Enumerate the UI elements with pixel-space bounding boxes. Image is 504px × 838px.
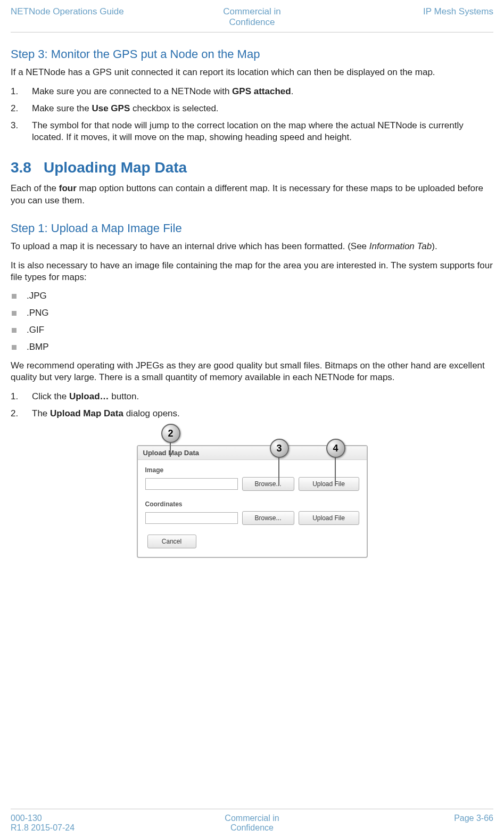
header-left: NETNode Operations Guide	[11, 6, 170, 28]
page-footer: 000-130 R1.8 2015-07-24 Commercial in Co…	[11, 809, 493, 833]
step3-list: Make sure you are connected to a NETNode…	[11, 86, 493, 143]
list-item: Make sure you are connected to a NETNode…	[11, 86, 493, 97]
footer-left: 000-130 R1.8 2015-07-24	[11, 814, 170, 833]
header-right: IP Mesh Systems	[334, 6, 493, 28]
header-center: Commercial in Confidence	[172, 6, 332, 28]
list-item: The Upload Map Data dialog opens.	[11, 408, 493, 420]
list-item: .PNG	[11, 308, 493, 318]
filetype-list: .JPG .PNG .GIF .BMP	[11, 291, 493, 352]
coordinates-browse-button[interactable]: Browse...	[242, 511, 294, 525]
step1-list: Click the Upload… button. The Upload Map…	[11, 391, 493, 420]
callout-line	[278, 456, 279, 486]
list-item: .GIF	[11, 325, 493, 335]
step1-p2: It is also necessary to have an image fi…	[11, 260, 493, 283]
image-path-input[interactable]	[145, 478, 238, 490]
callout-line	[170, 441, 171, 457]
page-header: NETNode Operations Guide Commercial in C…	[11, 6, 493, 32]
step1-heading: Step 1: Upload a Map Image File	[11, 221, 493, 235]
list-item: .JPG	[11, 291, 493, 301]
image-group-label: Image	[145, 466, 359, 474]
step3-heading: Step 3: Monitor the GPS put a Node on th…	[11, 47, 493, 61]
list-item: .BMP	[11, 342, 493, 352]
callout-4: 4	[326, 439, 345, 458]
upload-map-data-dialog: Upload Map Data Image Browse... Upload F…	[137, 445, 368, 558]
section-3-8-heading: 3.8Uploading Map Data	[11, 159, 493, 176]
list-item: Click the Upload… button.	[11, 391, 493, 402]
upload-dialog-figure: 2 3 4 Upload Map Data Image Browse... Up…	[11, 429, 493, 558]
section-3-8-intro: Each of the four map option buttons can …	[11, 183, 493, 206]
list-item: The symbol for that node will jump to th…	[11, 120, 493, 143]
callout-2: 2	[161, 424, 180, 443]
footer-right: Page 3-66	[334, 814, 493, 833]
callout-line	[335, 456, 336, 486]
coordinates-group-label: Coordinates	[145, 500, 359, 508]
step3-intro: If a NETNode has a GPS unit connected it…	[11, 67, 493, 78]
footer-center: Commercial in Confidence	[172, 814, 332, 833]
coordinates-upload-button[interactable]: Upload File	[299, 511, 359, 525]
list-item: Make sure the Use GPS checkbox is select…	[11, 103, 493, 114]
step1-p1: To upload a map it is necessary to have …	[11, 241, 493, 252]
image-upload-button[interactable]: Upload File	[299, 477, 359, 491]
image-browse-button[interactable]: Browse...	[242, 477, 294, 491]
callout-3: 3	[270, 439, 289, 458]
step1-p3: We recommend operating with JPEGs as the…	[11, 360, 493, 383]
cancel-button[interactable]: Cancel	[147, 535, 196, 548]
coordinates-path-input[interactable]	[145, 512, 238, 524]
